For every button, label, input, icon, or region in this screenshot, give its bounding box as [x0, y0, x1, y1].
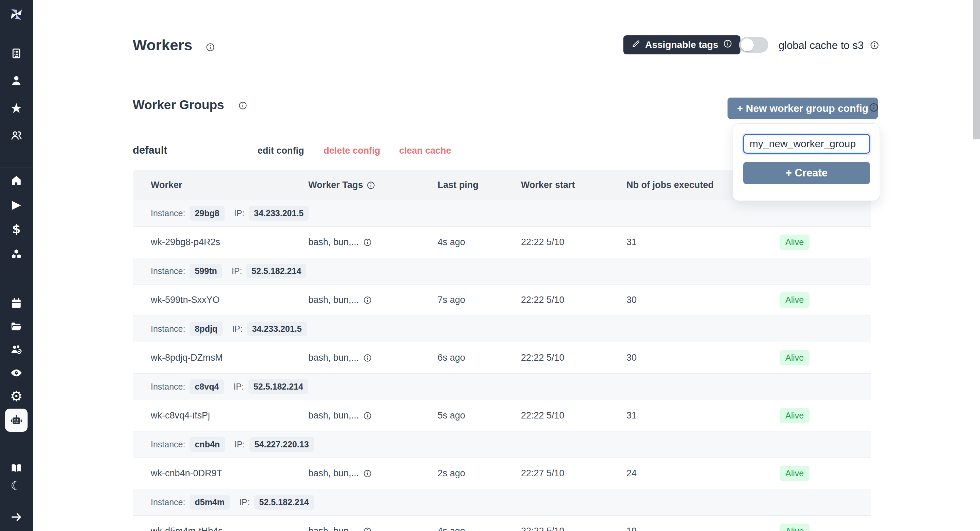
worker-name-cell: wk-599tn-SxxYO — [151, 295, 308, 305]
global-cache-info-icon[interactable] — [870, 40, 879, 50]
user-icon[interactable] — [8, 72, 24, 89]
moon-icon[interactable]: ☾ — [8, 478, 24, 494]
instance-row: Instance:599tnIP:52.5.182.214 — [133, 258, 871, 285]
new-group-name-input[interactable] — [743, 134, 870, 154]
instance-row: Instance:cnb4nIP:54.227.220.13 — [133, 431, 871, 458]
windmill-logo-icon[interactable] — [8, 6, 24, 22]
star-icon[interactable]: ★ — [8, 100, 24, 116]
col-header-worker: Worker — [151, 180, 308, 190]
worker-start-cell: 22:22 5/10 — [521, 237, 627, 247]
worker-start-cell: 22:22 5/10 — [521, 411, 627, 421]
status-cell: Alive — [780, 292, 871, 308]
worker-start-cell: 22:22 5/10 — [521, 352, 627, 363]
sidebar-divider — [0, 168, 33, 168]
worker-tags-row-info-icon[interactable] — [363, 296, 372, 304]
ip-label: IP: — [234, 439, 245, 449]
worker-start-cell: 22:22 5/10 — [521, 295, 627, 305]
last-ping-cell: 4s ago — [438, 526, 521, 531]
worker-tags-row-info-icon[interactable] — [363, 527, 372, 531]
worker-tags-cell: bash, bun,... — [308, 526, 438, 531]
instance-id-chip: cnb4n — [189, 437, 225, 452]
building-icon[interactable] — [8, 45, 24, 62]
sidebar-divider — [0, 500, 33, 500]
assignable-tags-info-icon[interactable] — [723, 39, 732, 51]
delete-config-link[interactable]: delete config — [324, 146, 380, 156]
sidebar-divider — [0, 34, 33, 34]
worker-row: wk-cnb4n-0DR9Tbash, bun,...2s ago22:27 5… — [133, 458, 871, 489]
status-cell: Alive — [780, 235, 871, 250]
worker-row: wk-c8vq4-ifsPjbash, bun,...5s ago22:22 5… — [133, 400, 871, 431]
worker-tags-text: bash, bun,... — [308, 468, 359, 479]
instance-id-chip: d5m4m — [189, 495, 230, 510]
users-icon[interactable] — [8, 127, 24, 143]
clean-cache-link[interactable]: clean cache — [399, 146, 451, 156]
play-icon[interactable]: ▶ — [8, 196, 24, 212]
instance-id-chip: c8vq4 — [189, 379, 224, 394]
boxes-icon[interactable] — [8, 246, 24, 262]
dollar-icon[interactable]: $ — [8, 221, 24, 237]
worker-name-cell: wk-8pdjq-DZmsM — [151, 352, 308, 363]
col-header-worker-start: Worker start — [521, 180, 627, 190]
global-cache-toggle[interactable] — [739, 37, 768, 53]
gear-icon[interactable]: ⚙ — [8, 388, 24, 404]
jobs-executed-cell: 31 — [627, 237, 780, 247]
worker-row: wk-8pdjq-DZmsMbash, bun,...6s ago22:22 5… — [133, 342, 871, 374]
worker-tags-row-info-icon[interactable] — [363, 238, 372, 247]
worker-row: wk-29bg8-p4R2sbash, bun,...4s ago22:22 5… — [133, 227, 871, 258]
robot-icon[interactable] — [8, 412, 24, 428]
assignable-tags-label: Assignable tags — [645, 40, 718, 50]
jobs-executed-cell: 30 — [627, 352, 780, 363]
book-open-icon[interactable] — [8, 460, 24, 476]
workers-info-icon[interactable] — [205, 43, 215, 52]
worker-tags-cell: bash, bun,... — [308, 468, 438, 479]
last-ping-cell: 4s ago — [438, 237, 521, 247]
jobs-executed-cell: 31 — [627, 411, 780, 421]
worker-tags-info-icon[interactable] — [366, 181, 375, 190]
instance-label: Instance: — [151, 324, 185, 334]
vertical-scrollbar-thumb[interactable] — [973, 0, 980, 139]
create-button[interactable]: + Create — [743, 162, 870, 184]
assignable-tags-button[interactable]: Assignable tags — [624, 35, 740, 54]
status-badge: Alive — [780, 523, 810, 531]
new-worker-group-config-button[interactable]: + New worker group config — [727, 98, 878, 119]
status-badge: Alive — [780, 235, 810, 250]
eye-icon[interactable] — [8, 365, 24, 381]
new-config-info-icon[interactable] — [869, 102, 879, 113]
jobs-executed-cell: 19 — [627, 526, 780, 531]
instance-row: Instance:d5m4mIP:52.5.182.214 — [133, 489, 871, 516]
edit-config-link[interactable]: edit config — [258, 146, 304, 156]
home-icon[interactable] — [8, 172, 24, 189]
instance-row: Instance:29bg8IP:34.233.201.5 — [133, 200, 871, 227]
worker-tags-row-info-icon[interactable] — [363, 469, 372, 478]
instance-row: Instance:8pdjqIP:34.233.201.5 — [133, 316, 871, 342]
sidebar: ★ ▶ $ — [0, 0, 33, 531]
worker-name-cell: wk-cnb4n-0DR9T — [151, 468, 308, 479]
instance-row: Instance:c8vq4IP:52.5.182.214 — [133, 374, 871, 400]
instance-ip-chip: 54.227.220.13 — [250, 437, 314, 452]
arrow-right-icon[interactable] — [8, 509, 24, 525]
instance-label: Instance: — [151, 497, 185, 507]
worker-tags-row-info-icon[interactable] — [363, 353, 372, 362]
worker-tags-text: bash, bun,... — [308, 411, 359, 421]
ip-label: IP: — [232, 324, 243, 334]
status-badge: Alive — [780, 350, 810, 365]
users-gear-icon[interactable] — [8, 342, 24, 358]
toggle-knob — [741, 38, 754, 51]
worker-groups-info-icon[interactable] — [238, 101, 247, 110]
jobs-executed-cell: 30 — [627, 295, 780, 305]
new-worker-group-popup: + Create — [733, 124, 880, 201]
ip-label: IP: — [239, 497, 250, 507]
worker-tags-text: bash, bun,... — [308, 295, 359, 305]
instance-id-chip: 29bg8 — [189, 206, 224, 220]
worker-tags-row-info-icon[interactable] — [363, 411, 372, 420]
ip-label: IP: — [232, 266, 242, 276]
calendar-icon[interactable] — [8, 295, 24, 311]
last-ping-cell: 2s ago — [438, 468, 521, 479]
instance-ip-chip: 52.5.182.214 — [248, 379, 308, 394]
ip-label: IP: — [234, 382, 244, 392]
global-cache-label: global cache to s3 — [778, 40, 864, 52]
worker-name-cell: wk-d5m4m-tHb4s — [151, 526, 308, 531]
page-title: Workers — [133, 37, 192, 54]
folder-icon[interactable] — [8, 318, 24, 334]
instance-label: Instance: — [151, 439, 185, 449]
